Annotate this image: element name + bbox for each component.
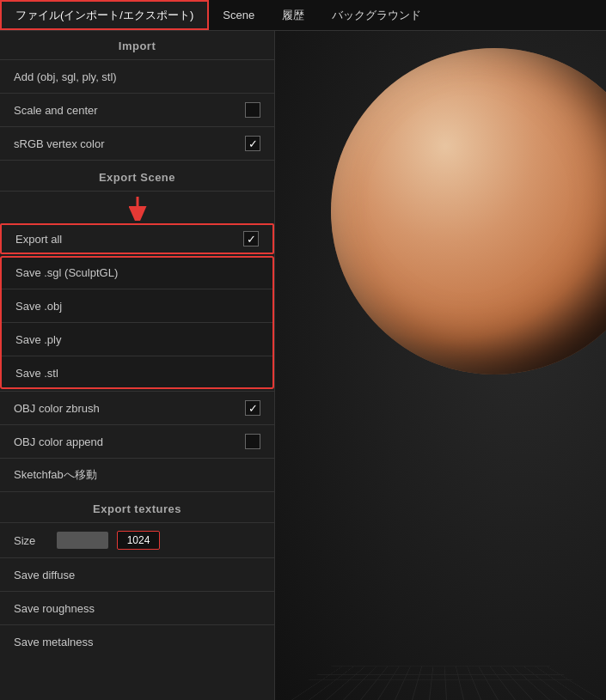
save-obj-row[interactable]: Save .obj: [2, 291, 272, 320]
add-formats-row[interactable]: Add (obj, sgl, ply, stl): [0, 62, 274, 91]
save-group: Save .sgl (SculptGL) Save .obj Save .ply…: [0, 256, 274, 389]
divider-8: [0, 458, 274, 459]
export-all-label: Export all: [15, 233, 62, 246]
save-metalness-row[interactable]: Save metalness: [0, 627, 274, 656]
save-sgl-row[interactable]: Save .sgl (SculptGL): [2, 258, 272, 287]
obj-color-append-label: OBJ color append: [14, 435, 245, 448]
divider-5: [0, 191, 274, 192]
obj-color-zbrush-checkbox[interactable]: [245, 400, 260, 416]
left-panel: Import Add (obj, sgl, ply, stl) Scale an…: [0, 31, 275, 700]
menu-item-background[interactable]: バックグラウンド: [318, 0, 435, 30]
import-header: Import: [0, 31, 274, 58]
srgb-checkbox[interactable]: [245, 136, 260, 151]
divider-9: [0, 491, 274, 492]
obj-color-append-checkbox[interactable]: [245, 434, 260, 449]
save-ply-label: Save .ply: [15, 333, 259, 346]
divider-10: [0, 522, 274, 523]
save-stl-label: Save .stl: [15, 367, 259, 380]
export-scene-header: Export Scene: [0, 162, 274, 189]
divider-6: [0, 391, 274, 392]
save-ply-row[interactable]: Save .ply: [2, 325, 272, 354]
size-label: Size: [14, 534, 48, 547]
size-input[interactable]: 1024: [117, 531, 160, 550]
size-row: Size 1024: [0, 525, 274, 556]
size-slider[interactable]: [57, 532, 108, 549]
divider-13: [0, 624, 274, 625]
3d-sphere: [331, 48, 606, 374]
export-textures-header: Export textures: [0, 494, 274, 520]
menu-item-file[interactable]: ファイル(インポート/エクスポート): [0, 0, 209, 30]
divider-sg2: [2, 322, 272, 323]
main-layout: Import Add (obj, sgl, ply, stl) Scale an…: [0, 31, 606, 700]
divider-7: [0, 424, 274, 425]
obj-color-zbrush-row[interactable]: OBJ color zbrush: [0, 393, 274, 423]
menu-item-history[interactable]: 履歴: [268, 0, 318, 30]
menu-item-scene[interactable]: Scene: [209, 0, 268, 30]
export-all-checkbox[interactable]: [243, 231, 259, 247]
divider-11: [0, 557, 274, 558]
save-roughness-row[interactable]: Save roughness: [0, 593, 274, 623]
divider-3: [0, 126, 274, 127]
export-all-row[interactable]: Export all: [0, 223, 274, 254]
divider-4: [0, 160, 274, 161]
save-sgl-label: Save .sgl (SculptGL): [15, 266, 259, 279]
save-diffuse-label: Save diffuse: [14, 569, 260, 581]
menu-bar: ファイル(インポート/エクスポート) Scene 履歴 バックグラウンド: [0, 0, 606, 31]
3d-viewport[interactable]: [275, 31, 606, 700]
sketchfab-label: Sketchfabへ移動: [14, 467, 260, 483]
obj-color-append-row[interactable]: OBJ color append: [0, 427, 274, 456]
scale-center-row[interactable]: Scale and center: [0, 95, 274, 125]
divider-sg1: [2, 289, 272, 289]
srgb-label: sRGB vertex color: [14, 137, 245, 150]
save-roughness-label: Save roughness: [14, 602, 260, 615]
add-formats-label: Add (obj, sgl, ply, stl): [14, 70, 260, 83]
scale-center-checkbox[interactable]: [245, 102, 260, 118]
obj-color-zbrush-label: OBJ color zbrush: [14, 402, 245, 415]
divider-1: [0, 59, 274, 60]
red-arrow: [0, 193, 274, 222]
save-metalness-label: Save metalness: [14, 636, 260, 648]
sketchfab-row[interactable]: Sketchfabへ移動: [0, 460, 274, 490]
srgb-row[interactable]: sRGB vertex color: [0, 129, 274, 158]
divider-sg3: [2, 356, 272, 356]
save-stl-row[interactable]: Save .stl: [2, 358, 272, 387]
save-obj-label: Save .obj: [15, 300, 259, 313]
scale-center-label: Scale and center: [14, 104, 245, 117]
divider-2: [0, 93, 274, 94]
save-diffuse-row[interactable]: Save diffuse: [0, 560, 274, 589]
grid-floor: [275, 667, 606, 700]
divider-12: [0, 591, 274, 592]
